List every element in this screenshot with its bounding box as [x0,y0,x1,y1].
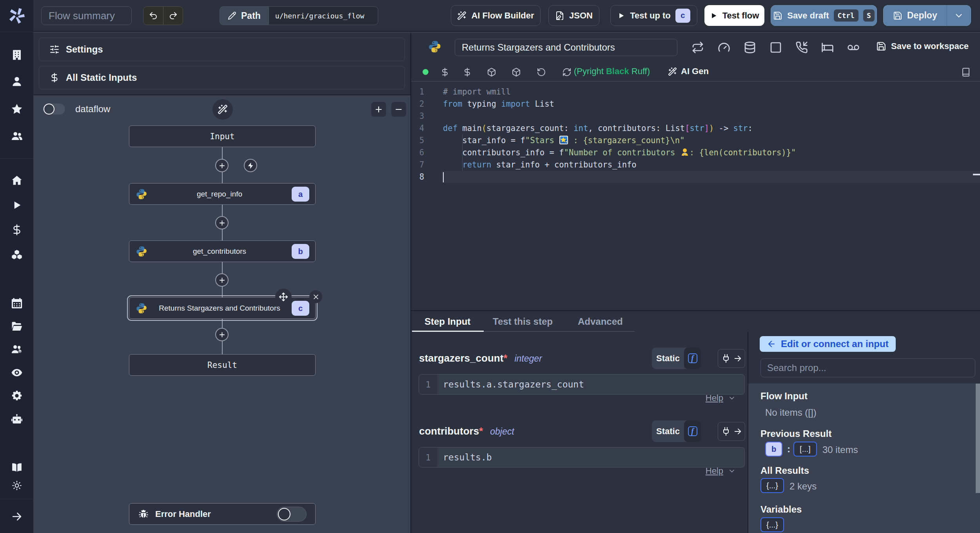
flow-node-input[interactable]: Input [129,126,316,147]
sidebar-item-audit-logs[interactable] [0,362,33,383]
ai-wand-button[interactable] [212,99,233,120]
square-icon[interactable] [769,41,782,54]
sidebar-item-variables[interactable] [0,220,33,240]
sidebar-item-folders[interactable] [0,316,33,337]
code-assistants-status[interactable]: (Pyright Black Ruff) [574,66,650,76]
history-button[interactable] [537,67,546,77]
path-value[interactable]: u/henri/gracious_flow [269,6,378,25]
help-link[interactable]: Help [706,393,736,403]
variables-picker-button[interactable] [440,67,450,77]
flow-node-result[interactable]: Result [129,354,316,376]
save-to-workspace-button[interactable]: Save to workspace [876,41,969,51]
search-prop-input[interactable]: Search prop... [760,358,975,377]
sidebar-item-workers[interactable] [0,339,33,360]
sidebar-item-favorites[interactable] [0,99,33,119]
tab-step-input[interactable]: Step Input [425,311,470,332]
sidebar-expand[interactable] [0,506,33,527]
sidebar-item-settings[interactable] [0,386,33,406]
code-editor[interactable]: 1# import wmill2from typing import List3… [411,81,980,309]
trigger-button[interactable] [244,159,257,172]
all-static-inputs-button[interactable]: All Static Inputs [39,66,405,89]
repeat-icon[interactable] [691,41,704,54]
flow-summary-input[interactable]: Flow summary [41,6,132,25]
zoom-out-button[interactable] [391,102,406,117]
add-step-button[interactable] [215,159,229,172]
save-draft-button[interactable]: Save draft Ctrl S [771,5,877,26]
expression-editor-contributors[interactable]: 1 results.b [419,447,745,468]
dependencies-button[interactable] [487,67,496,77]
sidebar-item-runs[interactable] [0,195,33,215]
tab-advanced[interactable]: Advanced [578,311,623,332]
sidebar-item-ai[interactable] [0,409,33,429]
database-icon[interactable] [744,41,756,54]
previous-result-key-badge[interactable]: b [765,442,782,457]
code-line[interactable]: 5 star_info = f"Stars : {stargazers_coun… [411,135,980,147]
move-node-handle[interactable] [275,289,292,305]
ai-flow-builder-button[interactable]: AI Flow Builder [451,5,541,26]
input-mode-toggle[interactable]: Static f [652,347,701,369]
sidebar-item-schedules[interactable] [0,293,33,313]
test-flow-button[interactable]: Test flow [704,5,764,26]
sidebar-item-theme[interactable] [0,475,33,496]
test-up-to-button[interactable]: Test up to c [610,5,697,26]
add-step-button[interactable] [215,216,229,229]
expression-text: results.a.stargazers_count [437,375,744,394]
flow-node-get-contributors[interactable]: get_contributors b [129,240,316,262]
zoom-in-button[interactable] [371,102,386,117]
tab-test-this-step[interactable]: Test this step [493,311,553,332]
connect-input-button[interactable] [718,349,745,368]
previous-result-value-badge[interactable]: [...] [793,442,817,457]
help-link[interactable]: Help [706,466,736,476]
deploy-button[interactable]: Deploy [883,5,947,26]
path-chip[interactable]: Path [220,6,269,25]
resources-picker-button[interactable] [463,67,472,77]
deploy-dropdown-button[interactable] [947,5,971,26]
users-gear-icon [11,344,23,355]
code-line[interactable]: 3 [411,110,980,122]
bed-icon[interactable] [821,41,834,54]
all-results-value-badge[interactable]: {...} [760,478,784,493]
undo-button[interactable] [143,7,163,25]
code-line[interactable]: 6 contributors_info = f"Number of contri… [411,147,980,159]
error-handler-toggle[interactable] [277,507,307,522]
code-line[interactable]: 2from typing import List [411,98,980,110]
json-button[interactable]: JSON [548,5,599,26]
input-mode-toggle[interactable]: Static f [652,420,701,442]
error-handler-node[interactable]: Error Handler [129,503,316,525]
expression-editor-stargazers[interactable]: 1 results.a.stargazers_count [419,374,745,395]
refresh-assistants-button[interactable] [562,67,572,77]
sidebar-item-groups[interactable] [0,126,33,146]
path-control[interactable]: Path u/henri/gracious_flow [220,6,378,25]
flow-node-get-repo-info[interactable]: get_repo_info a [129,183,316,205]
expression-mode-segment[interactable]: f [684,347,701,369]
sidebar-item-docs[interactable] [0,457,33,478]
windmill-logo-icon[interactable] [8,7,25,24]
sidebar-item-workspace[interactable] [0,45,33,65]
delete-node-button[interactable] [309,290,322,303]
sidebar-item-home[interactable] [0,170,33,191]
code-line[interactable]: 4def main(stargazers_count: int, contrib… [411,122,980,135]
step-title-input[interactable]: Returns Stargazers and Contributors [455,39,677,56]
add-step-button[interactable] [215,273,229,287]
code-line[interactable]: 7 return star_info + contributors_info [411,159,980,171]
colon: : [787,444,790,455]
package-button[interactable] [512,67,521,77]
docs-button[interactable] [961,67,971,77]
voicemail-icon[interactable] [847,41,860,54]
ai-gen-button[interactable]: AI Gen [668,66,709,76]
scrollbar-thumb[interactable] [976,384,980,493]
sidebar-item-resources[interactable] [0,244,33,265]
add-step-button[interactable] [215,328,229,341]
connect-input-button[interactable] [718,422,745,441]
phone-incoming-icon[interactable] [795,41,808,54]
edit-or-connect-button[interactable]: Edit or connect an input [760,336,896,352]
gauge-icon[interactable] [718,41,730,54]
code-line[interactable]: 8 [411,171,980,183]
sidebar-item-user[interactable] [0,71,33,92]
code-line[interactable]: 1# import wmill [411,86,980,98]
flow-settings-button[interactable]: Settings [39,38,405,61]
variables-value-badge[interactable]: {...} [760,517,784,532]
redo-button[interactable] [163,7,183,25]
dataflow-toggle[interactable] [43,104,65,115]
expression-mode-segment[interactable]: f [684,420,701,442]
